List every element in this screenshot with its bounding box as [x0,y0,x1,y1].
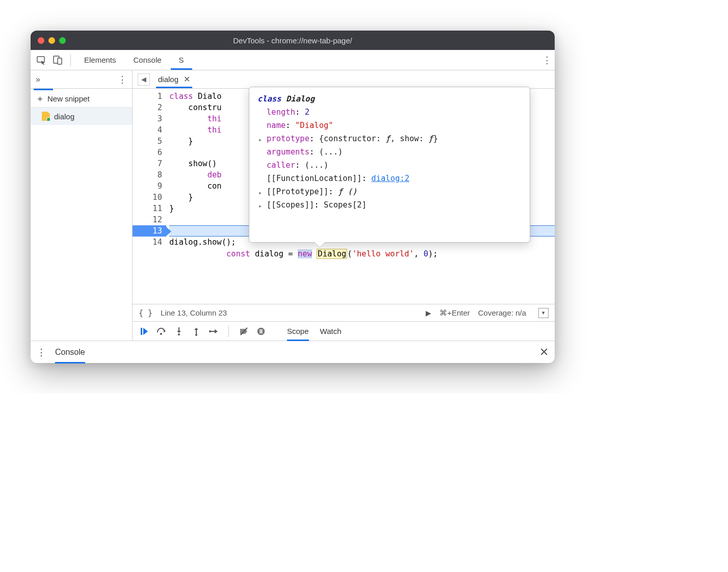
run-shortcut-hint: ⌘+Enter [439,308,470,318]
coverage-toggle-icon[interactable]: ▾ [538,308,549,318]
popover-row-expandable[interactable]: [[Scopes]]: Scopes[2] [257,198,522,212]
popover-row[interactable]: name: "Dialog" [257,119,522,132]
run-snippet-icon[interactable]: ▶ [426,309,431,317]
step-into-icon[interactable] [173,326,185,337]
tab-elements[interactable]: Elements [76,50,124,70]
drawer-menu-icon[interactable]: ⋮ [37,347,46,358]
titlebar: DevTools - chrome://new-tab-page/ [31,31,555,50]
line-gutter: 1 2 3 4 5 6 7 8 9 10 11 12 13 14 [133,89,166,304]
main-tabs: Elements Console S ⋮ [31,50,555,70]
snippet-list-item[interactable]: dialog [31,108,132,125]
close-tab-icon[interactable]: ✕ [184,74,190,84]
device-toggle-icon[interactable] [50,53,65,68]
svg-rect-2 [58,58,62,64]
drawer-tab-console[interactable]: Console [55,341,85,363]
function-location-link[interactable]: dialog:2 [371,174,409,183]
debugger-toolbar: Scope Watch [133,321,555,341]
pretty-print-icon[interactable]: { } [139,308,152,318]
close-drawer-icon[interactable]: ✕ [539,346,549,359]
tab-scope[interactable]: Scope [287,322,309,341]
hovered-token[interactable]: Dialog [317,249,347,259]
debugger-tabs: Scope Watch [278,322,351,341]
chevron-expand-icon[interactable]: » [36,75,40,84]
sidebar-menu-icon[interactable]: ⋮ [118,74,127,85]
object-preview-popover: class Dialog length: 2 name: "Dialog" pr… [249,87,530,243]
new-snippet-label: New snippet [47,94,90,103]
editor-status-bar: { } Line 13, Column 23 ▶ ⌘+Enter Coverag… [133,304,555,321]
step-over-icon[interactable] [156,326,167,337]
divider [228,326,229,337]
step-out-icon[interactable] [191,326,202,337]
editor-tabs: ◀ dialog ✕ [133,70,555,89]
plus-icon: ＋ [36,93,44,105]
inspect-icon[interactable] [34,53,49,68]
svg-point-6 [178,333,180,335]
popover-header: class Dialog [257,92,522,106]
kebab-menu-icon[interactable]: ⋮ [542,55,552,66]
svg-rect-0 [37,57,44,62]
coverage-label: Coverage: n/a [478,308,526,317]
svg-point-10 [209,330,211,332]
console-drawer: ⋮ Console ✕ [31,341,555,363]
svg-rect-12 [260,329,261,333]
popover-row[interactable]: arguments: (...) [257,145,522,159]
step-icon[interactable] [208,326,219,337]
popover-row-expandable[interactable]: prototype: {constructor: ƒ, show: ƒ} [257,132,522,145]
execution-pointer-icon [166,227,171,236]
popover-row[interactable]: caller: (...) [257,159,522,172]
window-title: DevTools - chrome://new-tab-page/ [31,36,555,45]
svg-rect-3 [141,328,142,335]
snippet-file-icon [42,112,50,121]
popover-row-expandable[interactable]: [[Prototype]]: ƒ () [257,185,522,198]
svg-rect-13 [262,329,263,333]
sidebar-tabs: » ⋮ [31,70,132,89]
resume-icon[interactable] [139,326,150,337]
file-tab-label: dialog [158,75,178,84]
devtools-window: DevTools - chrome://new-tab-page/ Elemen… [31,31,555,363]
popover-row[interactable]: length: 2 [257,106,522,119]
tab-console[interactable]: Console [125,50,170,70]
cursor-position: Line 13, Column 23 [161,308,227,317]
new-snippet-button[interactable]: ＋ New snippet [31,90,132,108]
svg-point-8 [195,334,197,336]
sidebar: » ⋮ ＋ New snippet dialog [31,70,133,341]
svg-point-4 [160,333,162,335]
nav-back-icon[interactable]: ◀ [138,73,150,86]
tab-watch[interactable]: Watch [320,322,342,341]
popover-row[interactable]: [[FunctionLocation]]: dialog:2 [257,172,522,185]
snippet-name: dialog [54,112,74,121]
divider [70,54,71,66]
file-tab-dialog[interactable]: dialog ✕ [156,70,192,88]
pause-on-exceptions-icon[interactable] [255,326,267,337]
main-area: » ⋮ ＋ New snippet dialog ◀ dialog ✕ [31,70,555,341]
deactivate-breakpoints-icon[interactable] [238,326,249,337]
tab-sources[interactable]: S [171,50,192,70]
